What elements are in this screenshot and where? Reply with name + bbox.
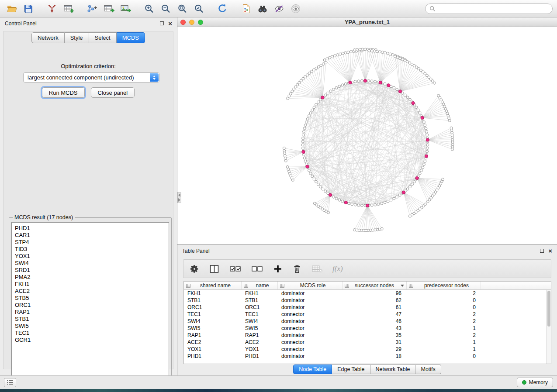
select-all-button[interactable] (229, 262, 242, 275)
memory-button[interactable]: Memory (517, 378, 553, 387)
table-scrollbar[interactable] (546, 290, 551, 364)
table-cell[interactable]: connector (278, 325, 343, 331)
search-input[interactable] (438, 6, 548, 12)
column-header-name[interactable]: name (242, 282, 278, 289)
table-cell[interactable]: ORC1 (242, 304, 278, 310)
mcds-result-item[interactable]: STB5 (15, 295, 166, 302)
delete-row-button[interactable] (292, 262, 302, 275)
save-session-button[interactable] (21, 2, 36, 16)
table-cell[interactable]: 62 (343, 297, 407, 303)
column-menu-chevron-icon[interactable] (401, 285, 404, 287)
table-row[interactable]: ACE2ACE2connector311 (184, 339, 551, 346)
column-header-successor-nodes[interactable]: successor nodes (343, 282, 407, 289)
table-cell[interactable]: 2 (407, 311, 481, 317)
tab-motifs[interactable]: Motifs (415, 364, 441, 374)
mcds-result-item[interactable]: ACE2 (15, 288, 166, 295)
hide-graphics-details-button[interactable] (272, 2, 287, 16)
mcds-result-item[interactable]: FKH1 (15, 281, 166, 288)
share-document-button[interactable] (239, 2, 253, 16)
table-cell[interactable]: dominator (278, 304, 343, 310)
column-header-MCDS-role[interactable]: MCDS role (278, 282, 343, 289)
table-cell[interactable]: YOX1 (184, 346, 242, 352)
table-cell[interactable]: TEC1 (184, 311, 242, 317)
mcds-result-item[interactable]: YOX1 (15, 253, 166, 260)
table-row[interactable]: STB1STB1dominator620 (184, 297, 551, 304)
table-cell[interactable]: 96 (343, 290, 407, 296)
show-graphics-details-button[interactable] (288, 2, 303, 16)
table-row[interactable]: ORC1ORC1dominator610 (184, 304, 551, 311)
table-cell[interactable]: connector (278, 346, 343, 352)
table-cell[interactable]: PHD1 (242, 353, 278, 359)
mcds-result-item[interactable]: CAR1 (15, 232, 166, 239)
table-cell[interactable]: 29 (343, 346, 407, 352)
table-cell[interactable]: 18 (343, 353, 407, 359)
mcds-result-item[interactable]: SWI4 (15, 260, 166, 267)
tab-node-table[interactable]: Node Table (293, 364, 332, 374)
close-table-panel-button[interactable]: × (548, 249, 552, 253)
table-cell[interactable]: ORC1 (184, 304, 242, 310)
table-cell[interactable]: TEC1 (242, 311, 278, 317)
table-cell[interactable]: 0 (407, 297, 481, 303)
window-zoom-button[interactable] (198, 20, 203, 25)
float-panel-button[interactable] (160, 21, 164, 25)
table-cell[interactable]: 1 (407, 339, 481, 345)
search-network-button[interactable] (255, 2, 270, 16)
import-table-button[interactable] (61, 2, 76, 16)
table-cell[interactable]: 2 (407, 290, 481, 296)
mcds-result-item[interactable]: PMA2 (15, 274, 166, 281)
export-image-button[interactable] (118, 2, 133, 16)
mcds-result-item[interactable]: SRD1 (15, 267, 166, 274)
table-cell[interactable]: STB1 (184, 297, 242, 303)
show-columns-button[interactable] (209, 262, 220, 275)
table-cell[interactable]: 61 (343, 304, 407, 310)
window-minimize-button[interactable] (189, 20, 194, 25)
tab-mcds[interactable]: MCDS (117, 32, 145, 43)
table-cell[interactable]: 1 (407, 346, 481, 352)
tab-network[interactable]: Network (31, 32, 65, 43)
add-row-button[interactable] (273, 262, 283, 275)
table-cell[interactable]: 2 (407, 318, 481, 324)
run-mcds-button[interactable]: Run MCDS (42, 87, 85, 98)
table-cell[interactable]: ACE2 (242, 339, 278, 345)
table-cell[interactable]: connector (278, 339, 343, 345)
open-session-button[interactable] (4, 2, 19, 16)
network-canvas[interactable] (177, 27, 556, 244)
table-row[interactable]: TEC1TEC1connector472 (184, 311, 551, 318)
table-cell[interactable]: 47 (343, 311, 407, 317)
mcds-result-item[interactable]: SWI5 (15, 323, 166, 330)
deselect-all-button[interactable] (251, 262, 263, 275)
table-cell[interactable]: RAP1 (242, 332, 278, 338)
splitter-handle[interactable] (177, 192, 181, 203)
table-cell[interactable]: dominator (278, 332, 343, 338)
table-row[interactable]: RAP1RAP1dominator352 (184, 332, 551, 339)
table-cell[interactable]: SWI5 (242, 325, 278, 331)
table-cell[interactable]: ACE2 (184, 339, 242, 345)
window-close-button[interactable] (180, 20, 186, 25)
close-mcds-panel-button[interactable]: Close panel (91, 87, 135, 98)
table-cell[interactable]: YOX1 (242, 346, 278, 352)
tab-select[interactable]: Select (89, 32, 117, 43)
table-row[interactable]: FKH1FKH1dominator962 (184, 290, 551, 297)
table-cell[interactable]: 1 (407, 325, 481, 331)
mcds-result-item[interactable]: TEC1 (15, 330, 166, 337)
table-row[interactable]: YOX1YOX1connector291 (184, 346, 551, 353)
table-cell[interactable]: dominator (278, 318, 343, 324)
table-cell[interactable]: PHD1 (184, 353, 242, 359)
column-header-shared-name[interactable]: shared name (184, 282, 242, 289)
column-header-predecessor-nodes[interactable]: predecessor nodes (407, 282, 481, 289)
mcds-result-item[interactable]: ORC1 (15, 302, 166, 309)
table-cell[interactable]: SWI5 (184, 325, 242, 331)
table-cell[interactable]: 0 (407, 304, 481, 310)
table-cell[interactable]: FKH1 (184, 290, 242, 296)
mcds-result-item[interactable]: PHD1 (15, 225, 166, 232)
zoom-selected-button[interactable] (191, 2, 206, 16)
table-cell[interactable]: SWI4 (242, 318, 278, 324)
optimization-criterion-dropdown[interactable]: largest connected component (undirected) (23, 72, 159, 83)
zoom-in-button[interactable] (142, 2, 156, 16)
table-cell[interactable]: 46 (343, 318, 407, 324)
tab-style[interactable]: Style (65, 32, 89, 43)
table-cell[interactable]: 0 (407, 353, 481, 359)
table-cell[interactable]: connector (278, 311, 343, 317)
table-cell[interactable]: dominator (278, 290, 343, 296)
tab-edge-table[interactable]: Edge Table (332, 364, 370, 374)
